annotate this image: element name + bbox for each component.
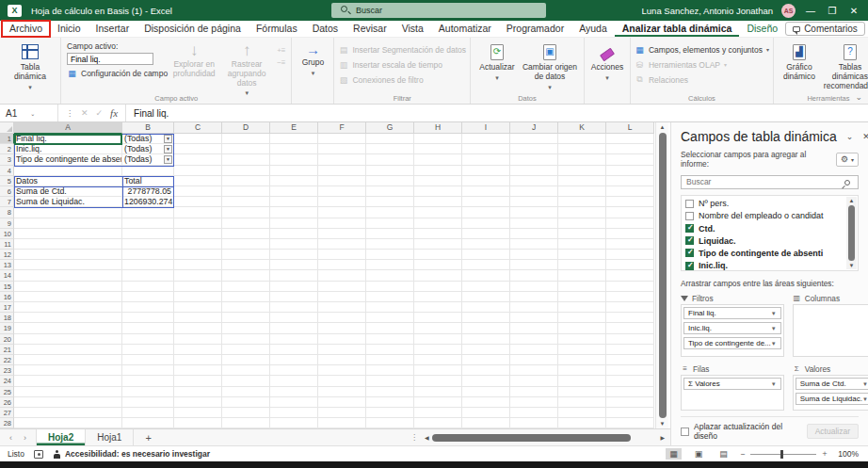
zoom-in-button[interactable]: ＋ — [821, 448, 829, 460]
cell-D16[interactable] — [222, 292, 270, 302]
actions-button[interactable]: Acciones▾ — [588, 40, 626, 82]
cell-K11[interactable] — [558, 239, 606, 250]
cell-F22[interactable] — [318, 355, 366, 365]
row-header-9[interactable]: 9 — [0, 218, 14, 229]
cell-B28[interactable] — [122, 418, 174, 428]
cell-B21[interactable] — [122, 345, 174, 355]
cell-J25[interactable] — [510, 387, 558, 397]
scroll-right-icon[interactable]: ▶ — [660, 434, 665, 441]
cell-F7[interactable] — [318, 197, 366, 207]
cell-C13[interactable] — [174, 260, 222, 270]
row-header-4[interactable]: 4 — [0, 166, 14, 176]
cell-L8[interactable] — [606, 207, 654, 218]
cell-B15[interactable] — [122, 282, 174, 292]
cell-J27[interactable] — [510, 408, 558, 418]
field-checkbox[interactable] — [685, 200, 694, 208]
cell-L2[interactable] — [606, 144, 654, 154]
cell-K20[interactable] — [558, 334, 606, 345]
zoom-level[interactable]: 100% — [838, 449, 859, 459]
cell-E10[interactable] — [270, 229, 318, 239]
cell-H1[interactable] — [414, 134, 462, 144]
chevron-down-icon[interactable]: ▼ — [862, 381, 868, 387]
chevron-down-icon[interactable]: ▼ — [771, 311, 777, 316]
cell-B25[interactable] — [122, 387, 174, 397]
cell-C1[interactable] — [174, 134, 222, 144]
cell-E22[interactable] — [270, 355, 318, 365]
sheet-tab-hoja1[interactable]: Hoja1 — [86, 429, 134, 445]
cell-C14[interactable] — [174, 270, 222, 281]
cell-K5[interactable] — [558, 176, 606, 186]
row-header-5[interactable]: 5 — [0, 176, 14, 186]
field-checkbox[interactable] — [685, 249, 694, 257]
area-field-filters[interactable]: Inic.liq.▼ — [683, 322, 781, 334]
formula-input[interactable]: Final liq. — [126, 108, 169, 119]
field-checkbox[interactable] — [685, 262, 694, 270]
cell-J18[interactable] — [510, 313, 558, 323]
cell-D24[interactable] — [222, 376, 270, 386]
cell-L4[interactable] — [606, 166, 654, 176]
row-header-23[interactable]: 23 — [0, 365, 14, 376]
cell-L24[interactable] — [606, 376, 654, 386]
cell-I6[interactable] — [462, 186, 510, 197]
cell-B14[interactable] — [122, 270, 174, 281]
vertical-scroll-thumb[interactable] — [659, 133, 667, 418]
filters-area[interactable]: Filtros Final liq.▼Inic.liq.▼Tipo de con… — [681, 292, 784, 357]
cell-L23[interactable] — [606, 365, 654, 376]
cell-F26[interactable] — [318, 397, 366, 408]
cell-K1[interactable] — [558, 134, 606, 144]
cell-L9[interactable] — [606, 218, 654, 229]
cell-K15[interactable] — [558, 282, 606, 292]
row-header-21[interactable]: 21 — [0, 345, 14, 355]
fields-items-sets-button[interactable]: ▦ Campos, elementos y conjuntos▾ — [635, 43, 769, 56]
field-item[interactable]: Ctd. — [685, 222, 844, 234]
cell-K23[interactable] — [558, 365, 606, 376]
cell-A16[interactable] — [14, 292, 122, 302]
cell-B12[interactable] — [122, 250, 174, 260]
cell-D9[interactable] — [222, 218, 270, 229]
cell-G10[interactable] — [366, 229, 414, 239]
row-header-12[interactable]: 12 — [0, 250, 14, 260]
cell-K13[interactable] — [558, 260, 606, 270]
scroll-up-icon[interactable]: ▲ — [660, 122, 666, 132]
change-data-source-button[interactable]: ▣ Cambiar origen de datos▾ — [520, 40, 580, 91]
cell-G15[interactable] — [366, 282, 414, 292]
cell-C5[interactable] — [174, 176, 222, 186]
recommended-pivottables-button[interactable]: ? Tablas dinámicas recomendadas — [821, 40, 868, 90]
enter-icon[interactable]: ✓ — [96, 108, 104, 118]
cell-L6[interactable] — [606, 186, 654, 197]
cell-E12[interactable] — [270, 250, 318, 260]
insert-function-icon[interactable]: fx — [110, 107, 118, 119]
refresh-button[interactable]: ⟳ Actualizar▾ — [474, 40, 520, 82]
cell-H11[interactable] — [414, 239, 462, 250]
tab-automatizar[interactable]: Automatizar — [431, 21, 499, 37]
cell-D5[interactable] — [222, 176, 270, 186]
cell-J19[interactable] — [510, 323, 558, 333]
update-button[interactable]: Actualizar — [807, 424, 859, 439]
cell-C3[interactable] — [174, 154, 222, 165]
cell-H6[interactable] — [414, 186, 462, 197]
cell-D4[interactable] — [222, 166, 270, 176]
cell-H16[interactable] — [414, 292, 462, 302]
cell-I10[interactable] — [462, 229, 510, 239]
cell-C18[interactable] — [174, 313, 222, 323]
area-field-values[interactable]: Suma de Liquidac.▼ — [796, 393, 868, 405]
cell-K19[interactable] — [558, 323, 606, 333]
cell-A23[interactable] — [14, 365, 122, 376]
cell-I9[interactable] — [462, 218, 510, 229]
cell-B19[interactable] — [122, 323, 174, 333]
cancel-icon[interactable]: ✕ — [81, 108, 88, 118]
cell-F2[interactable] — [318, 144, 366, 154]
cell-D1[interactable] — [222, 134, 270, 144]
cell-I26[interactable] — [462, 397, 510, 408]
cell-E6[interactable] — [270, 186, 318, 197]
cell-F20[interactable] — [318, 334, 366, 345]
cell-K22[interactable] — [558, 355, 606, 365]
cell-D20[interactable] — [222, 334, 270, 345]
row-header-28[interactable]: 28 — [0, 418, 14, 428]
cell-I13[interactable] — [462, 260, 510, 270]
row-header-17[interactable]: 17 — [0, 302, 14, 313]
row-header-19[interactable]: 19 — [0, 323, 14, 333]
close-pane-icon[interactable]: ✕ — [862, 132, 868, 141]
cell-G6[interactable] — [366, 186, 414, 197]
cell-L15[interactable] — [606, 282, 654, 292]
